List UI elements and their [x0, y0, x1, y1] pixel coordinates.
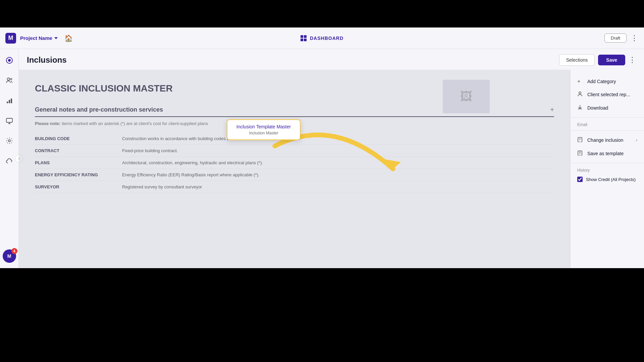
sidebar-icon-analytics[interactable] [3, 54, 15, 66]
main-layout: › M 4 Inclusions Selections Save ⋮ [0, 49, 644, 268]
save-as-template-item[interactable]: Save as template [571, 147, 644, 160]
client-selected-rep-item[interactable]: Client selected rep... [571, 88, 644, 101]
change-inclusion-item[interactable]: Change inclusion › [571, 133, 644, 147]
sidebar-icon-settings[interactable] [3, 135, 15, 147]
plus-icon: + [577, 78, 584, 84]
section-title: General notes and pre-construction servi… [35, 106, 163, 113]
user-avatar[interactable]: M 4 [3, 249, 16, 263]
header-right: Draft ⋮ [604, 34, 639, 43]
main-content: 🖼 CLASSIC INCLUSION MASTER General notes… [19, 70, 644, 268]
divider-2 [571, 130, 644, 131]
svg-rect-12 [578, 151, 582, 156]
plus-icon: + [550, 106, 554, 114]
download-icon [577, 105, 584, 111]
add-category-item[interactable]: + Add Category [571, 75, 644, 88]
row-label: ENERGY EFFICIENCY RATING [35, 169, 122, 181]
row-label: SURVEYOR [35, 181, 122, 193]
right-panel: + Add Category Client selected rep... [570, 70, 644, 268]
save-button[interactable]: Save [598, 55, 625, 65]
row-label: CONTRACT [35, 145, 122, 157]
project-name-button[interactable]: Project Name [20, 35, 58, 41]
show-credit-item[interactable]: Show Credit (All Projects) [571, 173, 644, 185]
download-item[interactable]: Download [571, 101, 644, 115]
download-label: Download [587, 105, 637, 111]
show-credit-checkbox[interactable] [577, 177, 583, 182]
row-value: Architectural, construction, engineering… [122, 157, 554, 169]
notification-badge: 4 [11, 248, 17, 254]
dashboard-icon-area [301, 35, 307, 41]
divider-1 [571, 117, 644, 118]
user-icon [577, 91, 584, 98]
save-as-template-label: Save as template [587, 151, 637, 156]
header-center: DASHBOARD [301, 35, 343, 41]
chevron-right-icon: › [636, 138, 637, 142]
header-more-button[interactable]: ⋮ [631, 34, 639, 43]
svg-point-8 [8, 140, 10, 142]
svg-point-10 [579, 92, 581, 94]
page-header: Inclusions Selections Save ⋮ [19, 49, 644, 70]
svg-rect-6 [11, 99, 12, 103]
doc-image-placeholder: 🖼 [443, 80, 490, 113]
row-value: Fixed-price building contract. [122, 145, 554, 157]
avatar-letter: M [7, 253, 11, 259]
svg-point-3 [10, 78, 12, 80]
dashboard-label: DASHBOARD [310, 36, 343, 41]
sidebar-icon-users[interactable] [3, 74, 15, 86]
chevron-down-icon [54, 37, 58, 39]
page-header-actions: Selections Save ⋮ [559, 54, 636, 66]
svg-rect-7 [6, 118, 12, 122]
svg-rect-5 [9, 100, 10, 103]
grid-icon [301, 35, 307, 41]
template-icon [577, 150, 584, 157]
sidebar-icon-chart[interactable] [3, 95, 15, 107]
email-section-label: Email [571, 120, 644, 128]
svg-rect-4 [7, 102, 8, 103]
change-inclusion-label: Change inclusion [587, 137, 633, 143]
sidebar-icon-cloud[interactable] [3, 155, 15, 167]
draft-button[interactable]: Draft [604, 34, 627, 43]
tooltip-main-text: Inclusion Template Master [234, 124, 293, 129]
inclusion-table: BUILDING CODE Construction works in acco… [35, 133, 554, 193]
home-button[interactable]: 🏠 [64, 34, 73, 42]
divider-3 [571, 163, 644, 163]
document-area: 🖼 CLASSIC INCLUSION MASTER General notes… [19, 70, 570, 268]
add-section-button[interactable]: + [550, 106, 554, 114]
image-placeholder-icon: 🖼 [460, 89, 472, 104]
sidebar-expand-button[interactable]: › [15, 155, 23, 163]
tooltip-sub-text: Inclusion Master [234, 131, 293, 135]
selections-button[interactable]: Selections [559, 54, 595, 66]
row-value: Construction works in accordance with bu… [122, 133, 554, 145]
left-sidebar: › M 4 [0, 49, 19, 268]
app-header: M Project Name 🏠 DASHBOARD Draft ⋮ [0, 27, 644, 49]
tooltip-popup: Inclusion Template Master Inclusion Mast… [227, 119, 301, 140]
inclusion-icon [577, 137, 584, 143]
sidebar-icon-monitor[interactable] [3, 115, 15, 127]
page-more-button[interactable]: ⋮ [629, 56, 636, 64]
row-value: Energy Efficiency Ratio (EER) Rating/Bas… [122, 169, 554, 181]
page-title: Inclusions [27, 55, 67, 65]
show-credit-label: Show Credit (All Projects) [586, 177, 636, 182]
row-label: PLANS [35, 157, 122, 169]
row-value: Registered survey by consultant surveyor [122, 181, 554, 193]
table-row: ENERGY EFFICIENCY RATING Energy Efficien… [35, 169, 554, 181]
home-icon: 🏠 [64, 35, 73, 42]
table-row: SURVEYOR Registered survey by consultant… [35, 181, 554, 193]
content-area: Inclusions Selections Save ⋮ 🖼 [19, 49, 644, 268]
table-row: PLANS Architectural, construction, engin… [35, 157, 554, 169]
svg-point-1 [8, 59, 11, 62]
client-selected-rep-label: Client selected rep... [587, 92, 637, 97]
history-section-label: History [571, 166, 644, 173]
add-category-label: Add Category [587, 79, 637, 84]
user-avatar-area: M 4 [3, 249, 16, 263]
table-row: CONTRACT Fixed-price building contract. [35, 145, 554, 157]
row-label: BUILDING CODE [35, 133, 122, 145]
app-logo[interactable]: M [5, 33, 16, 44]
svg-point-2 [7, 78, 9, 80]
